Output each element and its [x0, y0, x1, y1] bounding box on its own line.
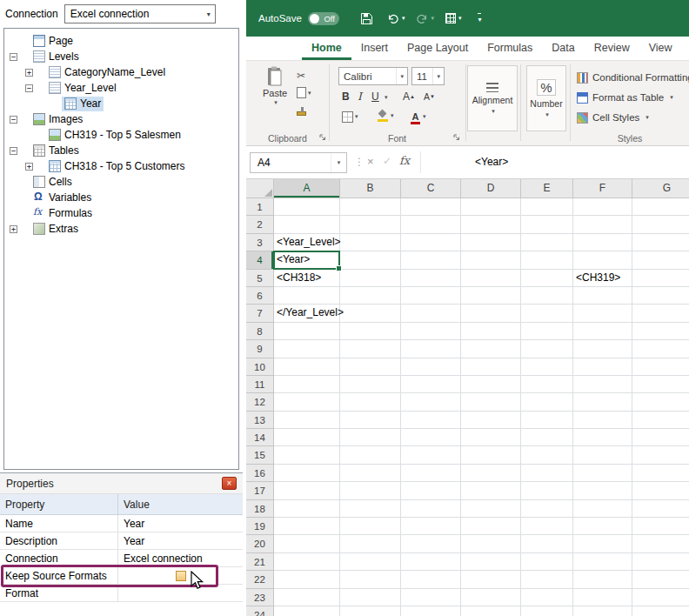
cell-d19[interactable] [461, 518, 521, 535]
cell-d14[interactable] [461, 429, 521, 446]
cell-d12[interactable] [461, 393, 521, 411]
cell-f21[interactable] [573, 553, 632, 571]
cell-g8[interactable] [632, 323, 689, 340]
cell-a18[interactable] [274, 500, 340, 518]
cell-g15[interactable] [632, 446, 689, 464]
cell-c22[interactable] [401, 571, 461, 588]
cell-g2[interactable] [632, 216, 689, 233]
quick-access-button[interactable]: ▾ [445, 13, 462, 23]
select-all-button[interactable] [246, 179, 274, 198]
cell-b23[interactable] [340, 589, 401, 606]
tab-page-layout[interactable]: Page Layout [398, 37, 478, 60]
cell-a22[interactable] [274, 571, 340, 588]
cell-c18[interactable] [401, 500, 461, 518]
row-header-3[interactable]: 3 [246, 234, 274, 251]
cell-g12[interactable] [632, 393, 689, 411]
cell-d21[interactable] [461, 553, 521, 571]
cell-a19[interactable] [274, 518, 340, 535]
connection-dropdown[interactable]: Excel connection ▾ [64, 4, 216, 23]
cell-f14[interactable] [573, 429, 632, 446]
cell-c1[interactable] [401, 198, 461, 216]
cell-g5[interactable] [632, 270, 689, 287]
cell-e5[interactable] [521, 270, 573, 287]
redo-button[interactable]: ▾ [416, 13, 434, 23]
cell-f3[interactable] [573, 234, 632, 251]
cell-e1[interactable] [521, 198, 573, 216]
cell-a17[interactable] [274, 482, 340, 499]
cell-g6[interactable] [632, 287, 689, 305]
row-header-2[interactable]: 2 [246, 216, 274, 233]
row-header-19[interactable]: 19 [246, 518, 274, 535]
tree-item-year-level[interactable]: −Year_Level [4, 80, 238, 96]
cell-d6[interactable] [461, 287, 521, 305]
property-row-description[interactable]: DescriptionYear [0, 532, 243, 550]
tree-item-page[interactable]: Page [4, 33, 238, 49]
cell-g19[interactable] [632, 518, 689, 535]
cell-f6[interactable] [573, 287, 632, 305]
cell-c5[interactable] [401, 270, 461, 287]
increase-font-size-button[interactable]: A▲ [403, 90, 415, 104]
cell-g11[interactable] [632, 376, 689, 393]
row-header-21[interactable]: 21 [246, 553, 274, 571]
autosave-toggle[interactable]: Off [308, 12, 339, 25]
cell-b12[interactable] [340, 393, 401, 411]
row-header-17[interactable]: 17 [246, 482, 274, 499]
clipboard-dialog-launcher-icon[interactable] [319, 134, 326, 141]
cell-f12[interactable] [573, 393, 632, 411]
tree-item-extras[interactable]: +Extras [4, 221, 238, 237]
alignment-group-button[interactable]: Alignment ▾ [467, 65, 518, 131]
cell-a9[interactable] [274, 340, 340, 358]
cell-c4[interactable] [401, 251, 461, 269]
chevron-down-icon[interactable]: ▾ [385, 94, 388, 101]
row-header-22[interactable]: 22 [246, 571, 274, 588]
cell-g21[interactable] [632, 553, 689, 571]
row-header-16[interactable]: 16 [246, 465, 274, 482]
tree-item-variables[interactable]: Variables [4, 190, 238, 205]
row-header-23[interactable]: 23 [246, 589, 274, 606]
cell-f23[interactable] [573, 589, 632, 606]
cell-g16[interactable] [632, 465, 689, 482]
column-header-d[interactable]: D [461, 179, 521, 198]
cell-d22[interactable] [461, 571, 521, 588]
cell-a4[interactable]: <Year> [274, 251, 340, 269]
cell-f7[interactable] [573, 305, 632, 322]
cell-c23[interactable] [401, 589, 461, 606]
cell-e16[interactable] [521, 465, 573, 482]
cell-e12[interactable] [521, 393, 573, 411]
cell-b22[interactable] [340, 571, 401, 588]
cell-e7[interactable] [521, 305, 573, 322]
cell-a23[interactable] [274, 589, 340, 606]
cell-e15[interactable] [521, 446, 573, 464]
tab-formulas[interactable]: Formulas [478, 37, 542, 60]
tab-data[interactable]: Data [542, 37, 584, 60]
cell-b13[interactable] [340, 412, 401, 429]
cell-b14[interactable] [340, 429, 401, 446]
cell-a12[interactable] [274, 393, 340, 411]
cell-g23[interactable] [632, 589, 689, 606]
cell-c24[interactable] [401, 606, 461, 616]
cell-c19[interactable] [401, 518, 461, 535]
cell-d18[interactable] [461, 500, 521, 518]
tree-item-images[interactable]: −Images [4, 111, 238, 127]
cell-f16[interactable] [573, 465, 632, 482]
cell-g24[interactable] [632, 606, 689, 616]
cell-a7[interactable]: </Year_Level> [274, 305, 340, 322]
cell-g7[interactable] [632, 305, 689, 322]
cell-d7[interactable] [461, 305, 521, 322]
cell-c2[interactable] [401, 216, 461, 233]
cut-button[interactable]: ✂ [297, 68, 305, 84]
cell-f20[interactable] [573, 535, 632, 552]
font-size-select[interactable]: 11 ▾ [411, 67, 445, 85]
tree-expand-icon[interactable]: + [25, 69, 33, 77]
cell-d11[interactable] [461, 376, 521, 393]
tree-item-ch319-top-5-salesmen[interactable]: CH319 - Top 5 Salesmen [4, 127, 238, 143]
tree-item-tables[interactable]: −Tables [4, 143, 238, 158]
cell-d24[interactable] [461, 606, 521, 616]
cell-d17[interactable] [461, 482, 521, 499]
cell-c17[interactable] [401, 482, 461, 499]
cell-a24[interactable] [274, 606, 340, 616]
cell-b7[interactable] [340, 305, 401, 322]
row-header-11[interactable]: 11 [246, 376, 274, 393]
row-header-14[interactable]: 14 [246, 429, 274, 446]
cell-b2[interactable] [340, 216, 401, 233]
